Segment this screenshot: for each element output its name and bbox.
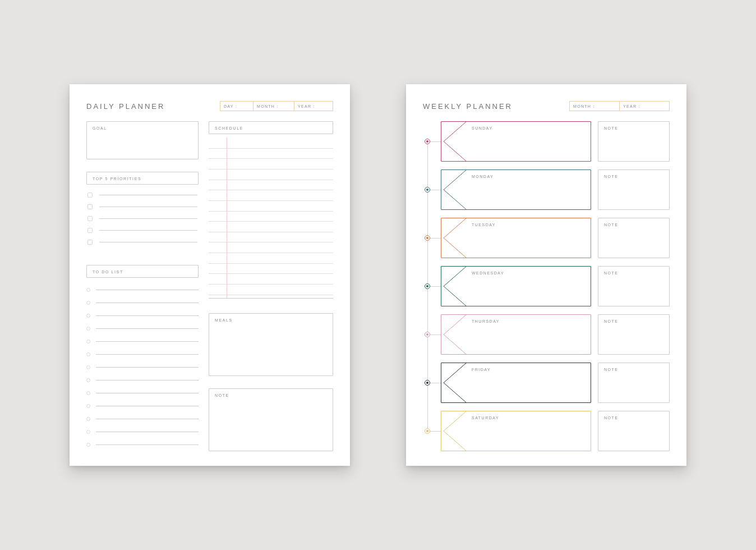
- todo-row[interactable]: [86, 361, 199, 374]
- goal-box[interactable]: GOAL: [86, 121, 199, 159]
- day-dot-icon: [425, 235, 430, 241]
- checkbox-icon[interactable]: [87, 192, 93, 198]
- weekly-row-tuesday: TUESDAY NOTE: [423, 218, 670, 258]
- todo-row[interactable]: [86, 322, 199, 335]
- day-card[interactable]: MONDAY: [441, 169, 591, 210]
- bullet-icon[interactable]: [86, 352, 90, 356]
- daily-day-field[interactable]: DAY :: [220, 101, 253, 111]
- weekly-note-box[interactable]: NOTE: [598, 121, 670, 162]
- daily-month-field[interactable]: MONTH :: [253, 101, 294, 111]
- todo-row[interactable]: [86, 296, 199, 309]
- weekly-year-field[interactable]: YEAR :: [619, 101, 670, 111]
- weekly-note-label: NOTE: [604, 319, 618, 323]
- chevron-icon: [441, 315, 466, 354]
- bullet-icon[interactable]: [86, 378, 90, 382]
- todo-row[interactable]: [86, 309, 199, 322]
- todo-row[interactable]: [86, 283, 199, 296]
- day-dot-icon: [425, 283, 430, 289]
- todo-list: [86, 283, 199, 451]
- weekly-note-box[interactable]: NOTE: [598, 314, 670, 355]
- schedule-row-line: [209, 284, 333, 285]
- weekly-row-saturday: SATURDAY NOTE: [423, 411, 670, 451]
- chevron-icon: [441, 122, 466, 161]
- todo-row[interactable]: [86, 374, 199, 387]
- bullet-icon[interactable]: [86, 340, 90, 343]
- bullet-icon[interactable]: [86, 314, 90, 318]
- todo-row[interactable]: [86, 438, 199, 451]
- weekly-row-monday: MONDAY NOTE: [423, 169, 670, 210]
- bullet-icon[interactable]: [86, 417, 90, 421]
- schedule-row-line: [209, 148, 333, 149]
- weekly-note-box[interactable]: NOTE: [598, 169, 670, 210]
- todo-row[interactable]: [86, 335, 199, 348]
- todo-line: [96, 380, 199, 381]
- chevron-icon: [441, 170, 466, 209]
- bullet-icon[interactable]: [86, 404, 90, 408]
- day-label: TUESDAY: [472, 223, 496, 227]
- priority-line: [99, 242, 197, 242]
- todo-row[interactable]: [86, 348, 199, 361]
- bullet-icon[interactable]: [86, 327, 90, 331]
- bullet-icon[interactable]: [86, 430, 90, 434]
- todo-line: [96, 419, 199, 419]
- checkbox-icon[interactable]: [87, 228, 93, 233]
- schedule-row-line: [209, 180, 333, 180]
- weekly-note-box[interactable]: NOTE: [598, 218, 670, 258]
- weekly-date-fields: MONTH : YEAR :: [569, 101, 670, 111]
- todo-line: [96, 302, 199, 303]
- bullet-icon[interactable]: [86, 288, 90, 292]
- priority-row[interactable]: [87, 189, 197, 201]
- meals-box[interactable]: MEALS: [209, 313, 333, 376]
- daily-year-field[interactable]: YEAR :: [294, 101, 333, 111]
- day-card[interactable]: SUNDAY: [441, 121, 591, 162]
- todo-label: TO DO LIST: [93, 270, 123, 274]
- bullet-icon[interactable]: [86, 301, 90, 305]
- todo-row[interactable]: [86, 425, 199, 438]
- weekly-note-box[interactable]: NOTE: [598, 411, 670, 451]
- schedule-row-line: [209, 200, 333, 201]
- weekly-planner-page: WEEKLY PLANNER MONTH : YEAR : SUNDAY NOT…: [406, 84, 686, 466]
- todo-row[interactable]: [86, 387, 199, 400]
- day-card[interactable]: TUESDAY: [441, 218, 591, 258]
- schedule-grid[interactable]: [209, 138, 333, 299]
- day-card[interactable]: FRIDAY: [441, 363, 591, 403]
- todo-row[interactable]: [86, 412, 199, 425]
- day-card[interactable]: THURSDAY: [441, 314, 591, 355]
- priority-row[interactable]: [87, 224, 197, 236]
- weekly-month-field[interactable]: MONTH :: [569, 101, 620, 111]
- priority-row[interactable]: [87, 201, 197, 213]
- priority-line: [99, 230, 197, 231]
- priority-row[interactable]: [87, 213, 197, 224]
- schedule-row-line: [209, 158, 333, 159]
- weekly-note-label: NOTE: [604, 416, 618, 420]
- day-dot-icon: [425, 380, 430, 386]
- chevron-icon: [441, 267, 466, 306]
- daily-note-box[interactable]: NOTE: [209, 388, 333, 451]
- todo-row[interactable]: [86, 400, 199, 412]
- weekly-row-friday: FRIDAY NOTE: [423, 363, 670, 403]
- day-card[interactable]: SATURDAY: [441, 411, 591, 451]
- goal-label: GOAL: [93, 126, 107, 130]
- day-card[interactable]: WEDNESDAY: [441, 266, 591, 306]
- weekly-note-label: NOTE: [604, 175, 618, 178]
- day-label: SUNDAY: [472, 126, 493, 130]
- bullet-icon[interactable]: [86, 365, 90, 369]
- schedule-label: SCHEDULE: [215, 126, 243, 130]
- weekly-note-box[interactable]: NOTE: [598, 266, 670, 306]
- checkbox-icon[interactable]: [87, 204, 93, 209]
- day-label: WEDNESDAY: [472, 271, 504, 275]
- schedule-row-line: [209, 242, 333, 242]
- weekly-note-box[interactable]: NOTE: [598, 363, 670, 403]
- bullet-icon[interactable]: [86, 443, 90, 447]
- bullet-icon[interactable]: [86, 391, 90, 395]
- day-dot-icon: [425, 187, 430, 192]
- priority-row[interactable]: [87, 236, 197, 248]
- day-dot-icon: [425, 332, 430, 337]
- schedule-row-line: [209, 232, 333, 232]
- checkbox-icon[interactable]: [87, 216, 93, 221]
- checkbox-icon[interactable]: [87, 240, 93, 245]
- weekly-note-label: NOTE: [604, 271, 618, 275]
- schedule-row-line: [209, 263, 333, 264]
- schedule-row-line: [209, 190, 333, 190]
- schedule-row-line: [209, 273, 333, 274]
